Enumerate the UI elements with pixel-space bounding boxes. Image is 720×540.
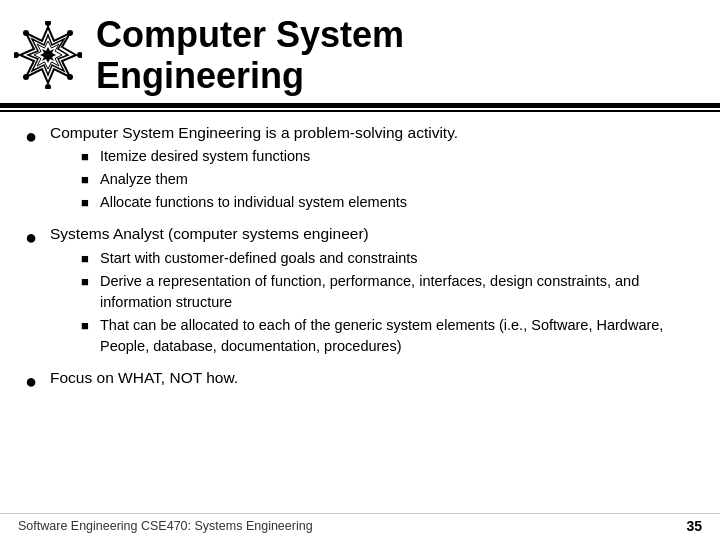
sub-text-2-2: Derive a representation of function, per… — [100, 271, 698, 313]
slide-footer: Software Engineering CSE470: Systems Eng… — [0, 513, 720, 540]
bullet-text-3: Focus on WHAT, NOT how. — [50, 369, 238, 386]
slide: Computer System Engineering ● Computer S… — [0, 0, 720, 540]
sub-text-2-1: Start with customer-defined goals and co… — [100, 248, 698, 269]
sub-bullet-1-1: ■ — [78, 147, 92, 167]
sub-text-2-3: That can be allocated to each of the gen… — [100, 315, 698, 357]
slide-title: Computer System Engineering — [96, 14, 404, 97]
sub-list-1: ■ Itemize desired system functions ■ Ana… — [78, 146, 698, 213]
bullet-marker-2: ● — [22, 223, 40, 251]
title-block: Computer System Engineering — [96, 14, 404, 97]
bullet-item-3: ● Focus on WHAT, NOT how. — [22, 367, 698, 395]
svg-point-7 — [67, 74, 73, 80]
bullet-item-2: ● Systems Analyst (computer systems engi… — [22, 223, 698, 359]
sub-bullet-1-2: ■ — [78, 170, 92, 190]
bullet-item-1: ● Computer System Engineering is a probl… — [22, 122, 698, 216]
bullet-text-1: Computer System Engineering is a problem… — [50, 124, 458, 141]
sub-text-1-3: Allocate functions to individual system … — [100, 192, 698, 213]
sub-bullet-2-3: ■ — [78, 316, 92, 336]
svg-point-9 — [23, 74, 29, 80]
bullet-marker-1: ● — [22, 122, 40, 150]
sub-item-1-2: ■ Analyze them — [78, 169, 698, 190]
svg-marker-3 — [40, 47, 56, 63]
svg-point-8 — [45, 84, 51, 89]
sub-text-1-2: Analyze them — [100, 169, 698, 190]
svg-point-4 — [45, 21, 51, 26]
page-number: 35 — [686, 518, 702, 534]
content-area: ● Computer System Engineering is a probl… — [0, 112, 720, 513]
svg-point-5 — [67, 30, 73, 36]
sub-item-1-1: ■ Itemize desired system functions — [78, 146, 698, 167]
svg-point-6 — [77, 52, 82, 58]
sub-bullet-2-2: ■ — [78, 272, 92, 292]
footer-label: Software Engineering CSE470: Systems Eng… — [18, 519, 313, 533]
logo-icon — [14, 21, 82, 89]
sub-text-1-1: Itemize desired system functions — [100, 146, 698, 167]
sub-bullet-2-1: ■ — [78, 249, 92, 269]
sub-item-2-2: ■ Derive a representation of function, p… — [78, 271, 698, 313]
sub-item-2-3: ■ That can be allocated to each of the g… — [78, 315, 698, 357]
svg-point-11 — [23, 30, 29, 36]
sub-bullet-1-3: ■ — [78, 193, 92, 213]
bullet-marker-3: ● — [22, 367, 40, 395]
slide-header: Computer System Engineering — [0, 0, 720, 106]
sub-list-2: ■ Start with customer-defined goals and … — [78, 248, 698, 357]
sub-item-1-3: ■ Allocate functions to individual syste… — [78, 192, 698, 213]
svg-point-10 — [14, 52, 19, 58]
sub-item-2-1: ■ Start with customer-defined goals and … — [78, 248, 698, 269]
bullet-text-2: Systems Analyst (computer systems engine… — [50, 225, 369, 242]
